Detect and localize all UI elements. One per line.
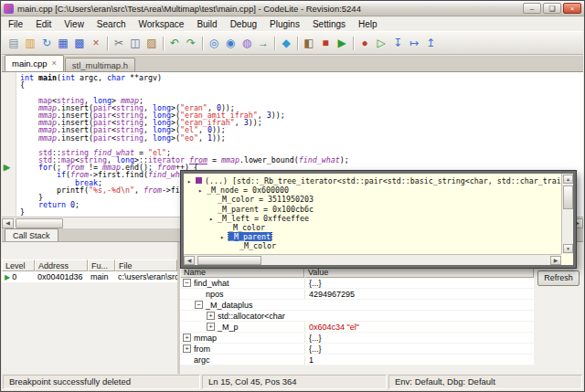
refresh-button[interactable]: Refresh (537, 270, 580, 286)
callstack-column-header[interactable]: File (115, 260, 177, 271)
tooltip-hscroll-thumb[interactable] (197, 256, 261, 265)
menu-file[interactable]: File (2, 18, 29, 30)
step-over-icon[interactable]: ↦ (406, 35, 422, 51)
expand-icon[interactable]: + (207, 312, 215, 320)
tooltip-vscrollbar[interactable]: ▲ ▼ (561, 174, 573, 254)
paste-icon[interactable]: ▨ (144, 35, 160, 51)
menu-settings[interactable]: Settings (306, 18, 352, 30)
code-token: find_what (299, 155, 340, 164)
reload-file-icon[interactable]: ↻ (38, 35, 55, 51)
expand-icon[interactable]: + (207, 323, 215, 331)
code-token: argc, (75, 73, 107, 82)
tree-expander-icon[interactable]: ▸ (198, 186, 207, 195)
watch-row[interactable]: +std::allocator<char (180, 311, 534, 322)
close-file-icon[interactable]: × (88, 35, 104, 51)
tooltip-hscrollbar[interactable]: ◀ ▶ (184, 254, 561, 265)
callstack-pane: LevelAddressFu...File ▶00x00401d36mainc:… (2, 242, 177, 374)
tree-expander-icon[interactable]: ▸ (220, 233, 229, 241)
menu-edit[interactable]: Edit (29, 18, 58, 30)
find-replace-icon[interactable]: ◉ (222, 35, 239, 51)
tooltip-tree-item[interactable]: _M_parent = 0x100cb6c (184, 205, 561, 214)
expand-icon[interactable]: + (183, 344, 191, 353)
watches-body: −find_what{...}npos4294967295−_M_dataplu… (180, 278, 534, 366)
pane-tab-callstack[interactable]: Call Stack (5, 228, 58, 241)
tooltip-tree-item[interactable]: ▸_M_node = 0x600000 (184, 185, 561, 195)
scroll-thumb[interactable] (16, 218, 63, 228)
goto-line-icon[interactable]: → (255, 35, 271, 51)
save-all-icon[interactable]: ▩ (71, 35, 88, 51)
tooltip-tree-item[interactable]: _M_color (184, 241, 561, 250)
watch-row[interactable]: −_M_dataplus (180, 300, 534, 311)
tooltip-tree-item[interactable]: _M_color (184, 223, 561, 232)
tree-expander-icon[interactable]: ▸ (209, 215, 218, 223)
menu-search[interactable]: Search (90, 18, 133, 30)
close-button[interactable]: × (563, 3, 581, 14)
tree-item-label: (...) [std::_Rb_tree_iterator<std::pair<… (205, 176, 561, 185)
scroll-left-button[interactable]: ◀ (2, 218, 14, 228)
menu-help[interactable]: Help (352, 18, 384, 30)
watch-name-cell: npos (180, 290, 304, 299)
tooltip-tree-item[interactable]: _M_color = 3511950203 (184, 195, 561, 204)
redo-icon[interactable]: ↷ (183, 35, 199, 51)
find-in-files-icon[interactable]: ◍ (239, 35, 255, 51)
minimize-button[interactable]: – (523, 3, 541, 14)
tab-stl-multimap-h[interactable]: stl_multimap.h (65, 58, 135, 71)
collapse-icon[interactable]: − (195, 301, 203, 309)
tooltip-tree-item[interactable]: ▸_M_parent (184, 232, 561, 241)
build-icon[interactable]: ◧ (301, 35, 317, 51)
callstack-row[interactable]: ▶00x00401d36mainc:\users\eran\src\... (2, 271, 177, 282)
menu-plugins[interactable]: Plugins (263, 18, 306, 30)
collapse-icon[interactable]: − (183, 279, 191, 287)
callstack-column-header[interactable]: Address (35, 260, 88, 271)
bookmark-icon[interactable]: ◆ (278, 35, 294, 51)
tooltip-tree-item[interactable]: ▸(...) [std::_Rb_tree_iterator<std::pair… (184, 176, 561, 185)
watch-name: mmap (194, 334, 217, 343)
stop-build-icon[interactable]: ■ (317, 35, 334, 51)
callstack-column-header[interactable]: Fu... (88, 260, 115, 271)
debug-icon[interactable]: ● (356, 35, 373, 51)
callstack-gap (2, 242, 177, 260)
save-file-icon[interactable]: ▦ (55, 35, 71, 51)
tooltip-tree-item[interactable]: ▸_M_left = 0xffeeffee (184, 214, 561, 223)
code-token: = (207, 155, 221, 164)
menu-debug[interactable]: Debug (224, 18, 263, 30)
find-icon[interactable]: ◎ (206, 35, 222, 51)
open-file-icon[interactable]: ▥ (22, 35, 38, 51)
watch-row[interactable]: argc1 (180, 355, 534, 366)
tab-main-cpp[interactable]: main.cpp× (5, 55, 64, 71)
copy-icon[interactable]: ◫ (127, 35, 144, 51)
cut-icon[interactable]: ✂ (111, 35, 127, 51)
undo-icon[interactable]: ↶ (166, 35, 183, 51)
tooltip-scroll-up-button[interactable]: ▲ (563, 175, 573, 184)
new-file-icon[interactable]: ▤ (5, 35, 22, 51)
watch-row[interactable]: −find_what{...} (180, 278, 534, 289)
tooltip-scroll-left-button[interactable]: ◀ (184, 256, 195, 265)
editor-tab-bar: main.cpp×stl_multimap.h (2, 56, 583, 72)
run-icon[interactable]: ▶ (334, 35, 350, 51)
tooltip-scroll-down-button[interactable]: ▼ (563, 244, 573, 253)
tab-close-icon[interactable]: × (52, 57, 57, 70)
menu-build[interactable]: Build (190, 18, 223, 30)
tooltip-vscroll-thumb[interactable] (563, 185, 573, 209)
toolbar: ▤▥↻▦▩×✂◫▨↶↷◎◉◍→◆◧■▶●▷↧↦↥ (2, 31, 583, 55)
menu-workspace[interactable]: Workspace (133, 18, 191, 30)
debug-continue-icon[interactable]: ▷ (373, 35, 389, 51)
expand-icon[interactable]: + (183, 334, 191, 342)
watch-row[interactable]: +from{...} (180, 344, 534, 355)
step-out-icon[interactable]: ↥ (422, 35, 439, 51)
callstack-level-cell: ▶0 (2, 272, 35, 281)
code-line: mmap.insert(pair<string, long>("eo", 1))… (20, 134, 583, 142)
step-in-icon[interactable]: ↧ (389, 35, 406, 51)
maximize-button[interactable]: ❏ (543, 3, 561, 14)
tree-item-label: _M_left = 0xffeeffee (218, 214, 309, 223)
tree-expander-icon[interactable]: ▸ (187, 177, 196, 185)
callstack-column-header[interactable]: Level (2, 260, 35, 271)
tooltip-scroll-right-button[interactable]: ▶ (550, 256, 561, 265)
watch-row[interactable]: npos4294967295 (180, 289, 534, 300)
watch-row[interactable]: +mmap{...} (180, 333, 534, 344)
code-token: .lower_bound( (239, 155, 299, 164)
watch-row[interactable]: +_M_p0x604c34 "el" (180, 322, 534, 333)
app-icon (4, 4, 14, 14)
watch-value: 1 (304, 355, 534, 365)
menu-view[interactable]: View (58, 18, 90, 30)
